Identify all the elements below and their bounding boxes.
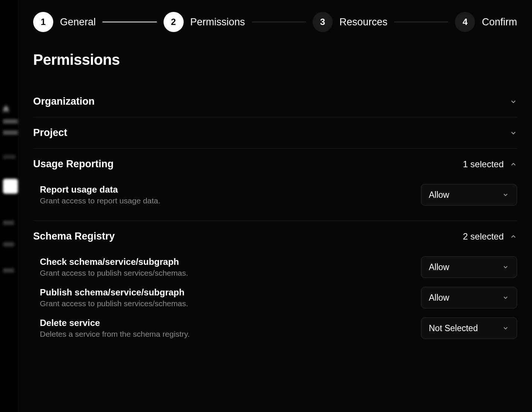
permission-title: Publish schema/service/subgraph xyxy=(40,287,421,298)
rail-item-blur xyxy=(3,155,16,159)
section-title: Organization xyxy=(33,96,95,107)
step-label: General xyxy=(60,16,96,28)
rail-item-blur: A xyxy=(3,104,9,114)
step-resources[interactable]: 3 Resources xyxy=(313,12,387,32)
section-header-schema-registry[interactable]: Schema Registry 2 selected xyxy=(33,221,517,252)
step-connector xyxy=(102,22,156,22)
permission-text: Publish schema/service/subgraph Grant ac… xyxy=(40,287,421,308)
chevron-down-icon xyxy=(510,129,517,137)
section-header-organization[interactable]: Organization xyxy=(33,86,517,117)
select-value: Not Selected xyxy=(429,323,478,333)
section-organization: Organization xyxy=(33,86,517,117)
chevron-up-icon xyxy=(510,233,517,240)
stepper: 1 General 2 Permissions 3 Resources 4 Co… xyxy=(33,12,517,32)
permission-select-delete-service[interactable]: Not Selected xyxy=(421,317,517,339)
step-number: 4 xyxy=(455,12,475,32)
selected-count: 2 selected xyxy=(463,231,504,242)
section-title: Schema Registry xyxy=(33,231,115,242)
step-number: 2 xyxy=(164,12,184,32)
permission-row-check-schema: Check schema/service/subgraph Grant acce… xyxy=(33,252,517,282)
permission-select-report-usage[interactable]: Allow xyxy=(421,184,517,206)
section-title: Project xyxy=(33,127,67,139)
main-content: 1 General 2 Permissions 3 Resources 4 Co… xyxy=(18,0,532,412)
permission-desc: Grant access to publish services/schemas… xyxy=(40,269,421,278)
chevron-down-icon xyxy=(502,294,509,301)
section-body: Check schema/service/subgraph Grant acce… xyxy=(33,252,517,354)
step-number: 1 xyxy=(33,12,53,32)
rail-item-blur xyxy=(3,119,18,124)
select-value: Allow xyxy=(429,262,449,272)
permission-title: Delete service xyxy=(40,318,421,328)
section-schema-registry: Schema Registry 2 selected Check schema/… xyxy=(33,221,517,354)
step-connector xyxy=(252,22,306,22)
permission-row-report-usage: Report usage data Grant access to report… xyxy=(33,180,517,210)
step-label: Confirm xyxy=(482,16,517,28)
rail-item-blur xyxy=(3,268,14,273)
rail-item-blur xyxy=(3,179,18,194)
chevron-down-icon xyxy=(502,263,509,271)
permission-row-delete-service: Delete service Deletes a service from th… xyxy=(33,313,517,343)
step-label: Resources xyxy=(339,16,387,28)
permission-title: Report usage data xyxy=(40,184,421,195)
select-value: Allow xyxy=(429,293,449,303)
step-confirm[interactable]: 4 Confirm xyxy=(455,12,517,32)
section-header-project[interactable]: Project xyxy=(33,117,517,148)
step-number: 3 xyxy=(313,12,333,32)
select-value: Allow xyxy=(429,190,449,200)
permission-text: Delete service Deletes a service from th… xyxy=(40,318,421,339)
left-rail: A xyxy=(0,0,18,412)
rail-item-blur xyxy=(3,242,14,247)
permission-title: Check schema/service/subgraph xyxy=(40,257,421,267)
selected-count: 1 selected xyxy=(463,159,504,169)
rail-item-blur xyxy=(3,130,18,135)
step-general[interactable]: 1 General xyxy=(33,12,96,32)
step-permissions[interactable]: 2 Permissions xyxy=(164,12,245,32)
permission-select-check-schema[interactable]: Allow xyxy=(421,256,517,278)
permission-desc: Grant access to publish services/schemas… xyxy=(40,299,421,308)
section-title: Usage Reporting xyxy=(33,158,114,170)
chevron-down-icon xyxy=(510,98,517,105)
page-title: Permissions xyxy=(33,51,517,68)
permission-text: Report usage data Grant access to report… xyxy=(40,184,421,205)
section-body: Report usage data Grant access to report… xyxy=(33,180,517,221)
chevron-down-icon xyxy=(502,324,509,332)
section-header-usage-reporting[interactable]: Usage Reporting 1 selected xyxy=(33,149,517,180)
step-label: Permissions xyxy=(190,16,245,28)
permission-desc: Grant access to report usage data. xyxy=(40,196,421,205)
chevron-down-icon xyxy=(502,191,509,199)
step-connector xyxy=(394,22,448,22)
chevron-up-icon xyxy=(510,161,517,168)
section-usage-reporting: Usage Reporting 1 selected Report usage … xyxy=(33,149,517,221)
permission-text: Check schema/service/subgraph Grant acce… xyxy=(40,257,421,278)
rail-item-blur xyxy=(3,221,14,225)
permission-desc: Deletes a service from the schema regist… xyxy=(40,330,421,339)
permission-row-publish-schema: Publish schema/service/subgraph Grant ac… xyxy=(33,282,517,313)
permission-select-publish-schema[interactable]: Allow xyxy=(421,287,517,308)
section-project: Project xyxy=(33,117,517,149)
